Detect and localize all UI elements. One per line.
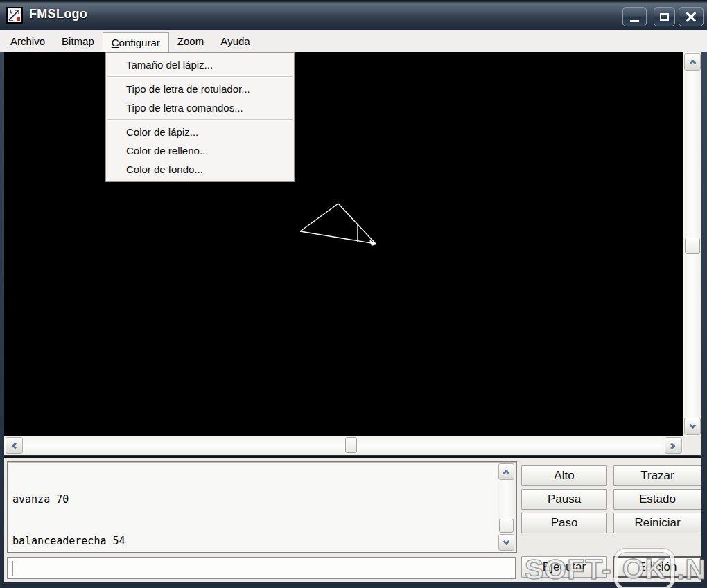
menu-key: B — [62, 35, 69, 47]
vscroll-thumb[interactable] — [685, 238, 700, 254]
scroll-left-button[interactable] — [6, 437, 23, 454]
hscroll-thumb[interactable] — [345, 437, 357, 453]
canvas-hscrollbar[interactable] — [4, 436, 683, 455]
reset-button[interactable]: Reiniciar — [613, 513, 701, 533]
chevron-left-icon — [12, 442, 19, 449]
menu-item-bitmap[interactable]: Bitmap — [53, 30, 103, 52]
menu-item-commander-font[interactable]: Tipo de letra comandos... — [106, 98, 294, 117]
pause-button[interactable]: Pausa — [521, 489, 607, 510]
scroll-up-button[interactable] — [684, 53, 701, 71]
window-title: FMSLogo — [29, 7, 87, 21]
menu-label-part: rchivo — [17, 35, 45, 47]
menu-item-zoom[interactable]: Zoom — [169, 30, 212, 52]
output-scroll-up-button[interactable] — [498, 463, 514, 480]
output-text: avanza 70 balanceaderecha 54 avanza 12 0… — [12, 465, 496, 551]
app-window: FMSLogo Archivo Bitmap Configurar Zoom A… — [0, 0, 707, 588]
menu-item-pen-color[interactable]: Color de lápiz... — [106, 123, 294, 141]
halt-button[interactable]: Alto — [521, 465, 607, 486]
scrollbar-corner — [683, 436, 701, 455]
menu-item-label-font[interactable]: Tipo de letra de rotulador... — [106, 80, 294, 98]
commander-output[interactable]: avanza 70 balanceaderecha 54 avanza 12 0… — [7, 461, 517, 553]
maximize-button[interactable] — [654, 7, 675, 26]
trace-button[interactable]: Trazar — [613, 465, 701, 486]
commander-input[interactable] — [13, 560, 498, 576]
status-button[interactable]: Estado — [613, 489, 701, 510]
chevron-up-icon — [503, 469, 510, 476]
output-scrollbar[interactable] — [498, 463, 516, 551]
menu-item-fill-color[interactable]: Color de relleno... — [106, 141, 294, 160]
scroll-down-button[interactable] — [684, 418, 701, 435]
canvas-vscrollbar[interactable] — [683, 52, 701, 436]
minimize-icon — [630, 20, 639, 22]
commander-input-field — [7, 557, 516, 579]
output-scroll-down-button[interactable] — [498, 534, 514, 551]
chevron-up-icon — [689, 60, 696, 66]
menu-item-ayuda[interactable]: Ayuda — [212, 30, 259, 52]
menu-label-part: oom — [184, 35, 204, 47]
minimize-button[interactable] — [622, 7, 647, 26]
menu-label-part: A — [220, 35, 227, 47]
output-line: balanceaderecha 54 — [12, 534, 496, 548]
title-bar[interactable]: FMSLogo — [0, 0, 707, 30]
maximize-icon — [660, 13, 669, 21]
execute-button[interactable]: Ejecutar — [521, 556, 607, 578]
menu-label-part: itmap — [69, 35, 94, 47]
menu-item-pen-size[interactable]: Tamaño del lápiz... — [106, 55, 294, 74]
menu-item-archivo[interactable]: Archivo — [2, 30, 53, 52]
configurar-dropdown: Tamaño del lápiz... Tipo de letra de rot… — [105, 52, 295, 182]
menu-item-configurar[interactable]: Configurar — [103, 32, 169, 52]
close-button[interactable] — [679, 7, 704, 26]
commander-panel: avanza 70 balanceaderecha 54 avanza 12 0… — [4, 458, 701, 582]
menu-key: A — [10, 35, 17, 47]
menu-key: Z — [177, 35, 184, 47]
output-scroll-thumb[interactable] — [499, 519, 514, 533]
menu-bar: Archivo Bitmap Configurar Zoom Ayuda — [0, 30, 707, 52]
step-button[interactable]: Paso — [521, 513, 607, 533]
menu-separator — [107, 119, 293, 121]
menu-key: C — [112, 37, 119, 48]
menu-label-part: uda — [233, 35, 250, 47]
menu-item-screen-color[interactable]: Color de fondo... — [106, 160, 294, 179]
chevron-right-icon — [668, 443, 675, 449]
close-icon — [685, 10, 697, 23]
chevron-down-icon — [503, 538, 510, 545]
output-line: avanza 70 — [12, 492, 496, 506]
scroll-right-button[interactable] — [665, 437, 682, 454]
menu-separator — [107, 76, 293, 78]
edit-button[interactable]: Edición — [613, 556, 701, 578]
fmslogo-app-icon[interactable] — [6, 7, 23, 24]
chevron-down-icon — [689, 422, 696, 429]
menu-label-part: onfigurar — [119, 37, 160, 48]
menu-key: y — [227, 35, 233, 47]
